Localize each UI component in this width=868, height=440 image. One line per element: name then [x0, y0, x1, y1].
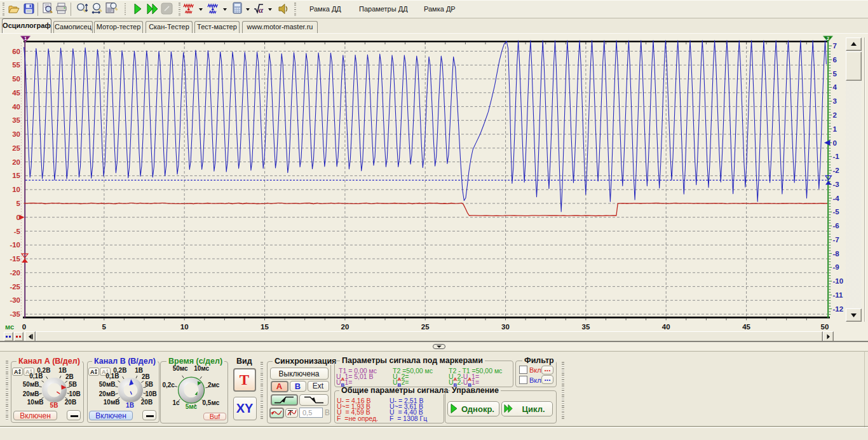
svg-text:-10: -10	[833, 277, 844, 285]
svg-text:-11: -11	[833, 291, 844, 299]
svg-text:α: α	[259, 5, 264, 15]
svg-text:35: 35	[582, 323, 590, 331]
svg-text:-4: -4	[833, 195, 840, 202]
svg-text:мс: мс	[5, 323, 14, 331]
svg-text:-9: -9	[833, 263, 839, 271]
svg-text:5: 5	[833, 70, 837, 78]
svg-text:15: 15	[12, 172, 20, 179]
svg-text:A: A	[25, 369, 30, 375]
svg-text:0: 0	[17, 214, 20, 221]
svg-text:-30: -30	[10, 296, 20, 304]
svg-text:-5: -5	[833, 208, 840, 216]
svg-text:-8: -8	[833, 250, 840, 258]
svg-text:2: 2	[827, 36, 829, 41]
svg-text:0: 0	[22, 323, 26, 331]
svg-text:7: 7	[833, 42, 837, 50]
svg-text:45: 45	[742, 323, 750, 331]
svg-text:45: 45	[12, 89, 20, 97]
svg-text:-12: -12	[833, 305, 844, 313]
svg-text:5: 5	[102, 323, 107, 331]
svg-text:30: 30	[501, 323, 510, 331]
svg-text:A: A	[102, 369, 106, 375]
svg-text:55: 55	[12, 61, 20, 69]
svg-text:3: 3	[833, 97, 837, 105]
svg-text:20: 20	[341, 323, 349, 331]
svg-text:-5: -5	[14, 228, 21, 235]
svg-text:5: 5	[17, 200, 21, 207]
svg-text:-25: -25	[10, 283, 20, 291]
svg-text:-2: -2	[833, 167, 839, 174]
svg-text:2: 2	[833, 111, 837, 119]
svg-text:1: 1	[24, 36, 27, 41]
svg-text:-6: -6	[833, 222, 839, 230]
svg-text:-35: -35	[10, 310, 20, 318]
svg-text:30: 30	[12, 130, 20, 138]
svg-text:40: 40	[662, 323, 670, 331]
svg-text:4: 4	[833, 83, 837, 91]
svg-text:35: 35	[12, 116, 20, 124]
svg-text:-7: -7	[833, 236, 839, 244]
svg-text:-3: -3	[833, 181, 839, 188]
svg-text:A: A	[90, 369, 95, 375]
svg-text:15: 15	[261, 323, 269, 331]
svg-text:-20: -20	[10, 269, 20, 277]
svg-text:6: 6	[833, 56, 837, 64]
svg-text:-10: -10	[10, 241, 20, 249]
svg-text:10: 10	[180, 323, 189, 331]
svg-text:20: 20	[12, 158, 20, 166]
svg-text:50: 50	[12, 75, 20, 83]
svg-text:25: 25	[12, 144, 20, 152]
svg-text:25: 25	[421, 323, 430, 331]
svg-text:50: 50	[821, 323, 829, 331]
svg-text:60: 60	[12, 48, 20, 55]
svg-text:1: 1	[833, 125, 837, 133]
svg-text:10: 10	[12, 186, 20, 193]
svg-text:0: 0	[833, 139, 837, 147]
svg-text:A: A	[14, 369, 18, 375]
svg-text:40: 40	[12, 103, 20, 111]
svg-text:-15: -15	[10, 255, 20, 263]
svg-text:-1: -1	[833, 153, 840, 160]
